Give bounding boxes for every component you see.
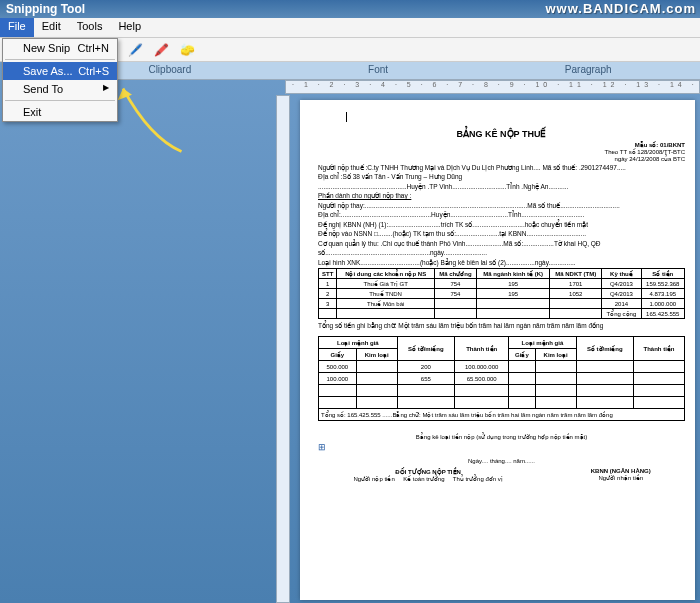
doc-huyentp: ........................................… — [318, 183, 685, 191]
ribbon-paragraph: Paragraph — [565, 62, 612, 79]
doc-mauso: Mẫu số: 01/BKNT — [635, 142, 685, 148]
doc-loaihinh: Loại hình XNK...........................… — [318, 259, 685, 267]
expand-icon[interactable]: ⊞ — [318, 442, 685, 452]
save-as-label: Save As... — [23, 65, 73, 77]
menu-file[interactable]: File — [0, 18, 34, 37]
file-dropdown-menu: New Snip Ctrl+N Save As... Ctrl+S Send T… — [2, 38, 118, 122]
doc-phandanh: Phần dành cho người nộp thay : — [318, 192, 685, 200]
denomination-table: Loại mệnh giáSố tờ/miếngThành tiền Loại … — [318, 336, 685, 421]
doc-ttso: Theo TT số 128/2008/TT-BTC — [605, 149, 685, 155]
menu-item-send-to[interactable]: Send To — [3, 80, 117, 98]
doc-nguoinop: Người nộp thuế :C.ty TNHH Thương Mại và … — [318, 164, 685, 172]
menu-item-exit[interactable]: Exit — [3, 103, 117, 121]
doc-diachi2: Địa chỉ:................................… — [318, 211, 685, 219]
watermark: www.BANDICAM.com — [545, 1, 696, 16]
menu-tools[interactable]: Tools — [69, 18, 111, 37]
doc-ngaythang: Ngày.... tháng.... năm...... — [318, 458, 685, 464]
annotation-arrow-icon — [105, 75, 195, 167]
exit-label: Exit — [23, 106, 41, 118]
doc-so: số......................................… — [318, 249, 685, 257]
menubar: File Edit Tools Help — [0, 18, 700, 38]
doc-kbnn: Đề nghị KBNN (NH) (1):..................… — [318, 221, 685, 229]
menu-help[interactable]: Help — [110, 18, 149, 37]
document-page[interactable]: BẢNG KÊ NỘP THUẾ Mẫu số: 01/BKNT Theo TT… — [300, 100, 695, 600]
menu-item-new-snip[interactable]: New Snip Ctrl+N — [3, 39, 117, 57]
pen-icon[interactable]: 🖊️ — [126, 41, 144, 59]
new-snip-label: New Snip — [23, 42, 70, 54]
doc-nsnn: Để nộp vào NSNN □........(hoặc) TK tạm t… — [318, 230, 685, 238]
menu-edit[interactable]: Edit — [34, 18, 69, 37]
doc-nguoithay: Người nộp thay:.........................… — [318, 202, 685, 210]
eraser-icon[interactable]: 🧽 — [178, 41, 196, 59]
ribbon-font: Font — [368, 62, 388, 79]
send-to-label: Send To — [23, 83, 63, 95]
doc-ngayban: ngày 24/12/2008 của BTC — [615, 156, 685, 162]
signature-block: ĐỐI TƯỢNG NỘP TIỀN Người nộp tiền Kế toá… — [318, 468, 685, 482]
menu-item-save-as[interactable]: Save As... Ctrl+S — [3, 62, 117, 80]
vertical-ruler[interactable] — [276, 95, 290, 603]
new-snip-shortcut: Ctrl+N — [78, 42, 109, 54]
doc-title: BẢNG KÊ NỘP THUẾ — [318, 129, 685, 139]
doc-tongchu: Tổng số tiền ghi bằng chữ: Một trăm sáu … — [318, 322, 685, 330]
doc-bangke: Bảng kê loại tiền nộp (sử dụng trong trư… — [318, 433, 685, 440]
doc-diachi: Địa chỉ :Số 38 vấn Tân - Vấn Trung – Hưn… — [318, 173, 685, 181]
tax-table: STTNội dung các khoản nộp NS Mã chươngMã… — [318, 268, 685, 319]
highlighter-icon[interactable]: 🖍️ — [152, 41, 170, 59]
save-as-shortcut: Ctrl+S — [78, 65, 109, 77]
text-cursor — [346, 112, 347, 122]
doc-coquan: Cơ quan quản lý thu: .Chi cục thuế thành… — [318, 240, 685, 248]
horizontal-ruler[interactable]: · 1 · 2 · 3 · 4 · 5 · 6 · 7 · 8 · 9 · 10… — [285, 80, 700, 94]
